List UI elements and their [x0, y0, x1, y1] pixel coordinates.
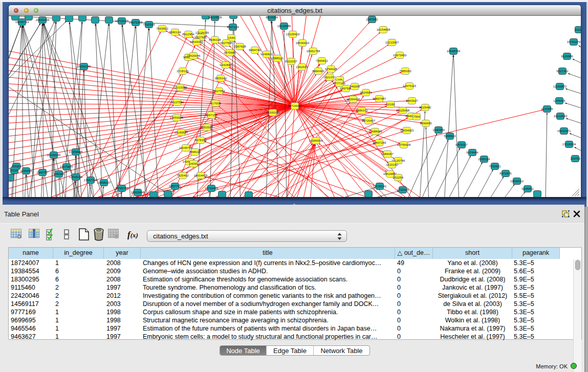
- svg-text:2942757: 2942757: [36, 171, 49, 174]
- svg-text:3215955: 3215955: [541, 107, 553, 111]
- svg-text:9146821: 9146821: [260, 53, 273, 56]
- svg-text:12923448: 12923448: [131, 191, 145, 194]
- svg-text:8990443: 8990443: [312, 70, 324, 73]
- svg-text:1615152: 1615152: [386, 163, 398, 166]
- svg-text:8471876: 8471876: [499, 172, 512, 175]
- svg-text:20206535: 20206535: [47, 154, 61, 157]
- svg-text:10973493: 10973493: [393, 54, 407, 57]
- svg-text:2803144: 2803144: [214, 77, 227, 80]
- svg-text:1156819: 1156819: [20, 169, 33, 172]
- svg-text:5958923: 5958923: [444, 135, 456, 138]
- svg-text:1362615: 1362615: [296, 65, 308, 69]
- svg-text:11125: 11125: [575, 28, 581, 31]
- svg-text:3498222: 3498222: [189, 150, 201, 154]
- svg-text:12093872: 12093872: [553, 85, 567, 88]
- svg-text:8119: 8119: [11, 169, 18, 172]
- svg-text:8454749: 8454749: [249, 49, 261, 52]
- svg-text:145194: 145194: [54, 172, 64, 176]
- svg-text:8267150: 8267150: [205, 114, 217, 117]
- svg-text:20364436: 20364436: [346, 98, 360, 101]
- svg-text:17016504: 17016504: [562, 143, 576, 146]
- svg-text:7625402: 7625402: [177, 174, 189, 177]
- svg-text:16671355: 16671355: [129, 21, 143, 24]
- svg-text:7485063: 7485063: [399, 70, 411, 73]
- svg-text:16914479: 16914479: [194, 174, 208, 177]
- svg-text:9463627: 9463627: [406, 99, 418, 102]
- svg-text:18640910: 18640910: [296, 41, 310, 45]
- svg-text:14093: 14093: [189, 162, 198, 165]
- svg-text:9115460: 9115460: [420, 106, 432, 109]
- svg-text:23975887: 23975887: [60, 165, 74, 168]
- svg-text:8813054: 8813054: [266, 16, 278, 19]
- svg-text:10958107: 10958107: [97, 181, 111, 184]
- svg-text:18807249: 18807249: [373, 141, 386, 144]
- svg-text:19166827: 19166827: [175, 131, 188, 134]
- svg-text:16782759: 16782759: [115, 187, 129, 190]
- svg-text:1546: 1546: [228, 36, 235, 39]
- svg-text:16648784: 16648784: [447, 50, 461, 53]
- svg-text:3824554: 3824554: [360, 91, 372, 94]
- svg-text:10046786: 10046786: [179, 146, 193, 149]
- svg-text:29053346: 29053346: [77, 65, 91, 68]
- svg-text:12505135: 12505135: [69, 176, 83, 179]
- svg-text:19218586: 19218586: [277, 25, 291, 28]
- svg-text:7904: 7904: [413, 115, 420, 118]
- svg-text:20691406: 20691406: [36, 18, 50, 21]
- svg-text:14136141: 14136141: [373, 185, 387, 188]
- svg-text:9699695: 9699695: [420, 122, 432, 125]
- svg-text:62160: 62160: [386, 103, 395, 106]
- svg-text:9660124: 9660124: [169, 31, 181, 34]
- svg-text:19654923: 19654923: [400, 129, 414, 132]
- svg-text:7357224: 7357224: [227, 26, 239, 29]
- svg-text:9245652: 9245652: [521, 187, 534, 190]
- svg-text:2367608: 2367608: [234, 45, 246, 48]
- svg-text:1244415: 1244415: [553, 99, 565, 102]
- svg-text:7515526: 7515526: [143, 23, 155, 26]
- svg-text:17359928: 17359928: [69, 150, 83, 154]
- svg-text:7663822: 7663822: [156, 27, 168, 30]
- svg-text:16543362: 16543362: [190, 40, 204, 43]
- svg-text:2087682: 2087682: [366, 18, 378, 21]
- svg-text:8912954: 8912954: [182, 33, 194, 36]
- svg-text:12213389: 12213389: [173, 86, 187, 89]
- svg-text:10025438: 10025438: [396, 109, 410, 112]
- svg-text:15692971: 15692971: [557, 129, 571, 133]
- svg-text:10688609: 10688609: [368, 130, 382, 133]
- svg-text:1733426: 1733426: [397, 188, 409, 191]
- svg-text:9084067: 9084067: [381, 152, 394, 156]
- svg-text:18300295: 18300295: [266, 111, 280, 114]
- svg-text:15716485: 15716485: [205, 187, 219, 190]
- svg-text:10654112: 10654112: [510, 180, 524, 183]
- svg-text:417006: 417006: [210, 102, 221, 105]
- svg-text:12213967: 12213967: [385, 41, 399, 44]
- svg-text:23420046: 23420046: [187, 54, 201, 57]
- svg-text:9327508: 9327508: [220, 41, 232, 45]
- svg-text:116753: 116753: [570, 157, 580, 160]
- svg-text:10807487: 10807487: [373, 97, 386, 100]
- svg-text:7955812: 7955812: [316, 59, 328, 62]
- svg-text:16210643: 16210643: [554, 115, 568, 118]
- svg-text:2718126: 2718126: [177, 70, 189, 73]
- svg-text:8427552: 8427552: [213, 90, 225, 93]
- svg-text:6879197: 6879197: [455, 143, 468, 146]
- svg-text:6794028: 6794028: [325, 68, 337, 71]
- svg-text:1588520: 1588520: [271, 57, 284, 60]
- svg-text:3675685: 3675685: [224, 51, 236, 54]
- svg-text:19654925: 19654925: [170, 116, 184, 119]
- svg-text:16154808: 16154808: [377, 28, 390, 31]
- svg-text:16961758: 16961758: [307, 50, 320, 53]
- svg-text:252254: 252254: [393, 176, 404, 179]
- svg-text:10756928: 10756928: [397, 143, 411, 146]
- svg-text:9857791: 9857791: [169, 185, 181, 188]
- svg-text:9227342: 9227342: [556, 70, 569, 73]
- svg-text:9474444: 9474444: [466, 151, 478, 154]
- svg-text:7632621: 7632621: [489, 165, 501, 168]
- svg-text:2935114: 2935114: [478, 158, 491, 161]
- svg-text:9242848: 9242848: [220, 63, 232, 67]
- svg-text:8186328: 8186328: [209, 38, 221, 41]
- svg-text:9129966: 9129966: [561, 55, 573, 58]
- svg-text:9777169: 9777169: [333, 82, 345, 85]
- svg-text:18724007: 18724007: [288, 104, 302, 107]
- svg-text:1621072: 1621072: [323, 76, 336, 79]
- svg-text:13325419: 13325419: [286, 33, 300, 36]
